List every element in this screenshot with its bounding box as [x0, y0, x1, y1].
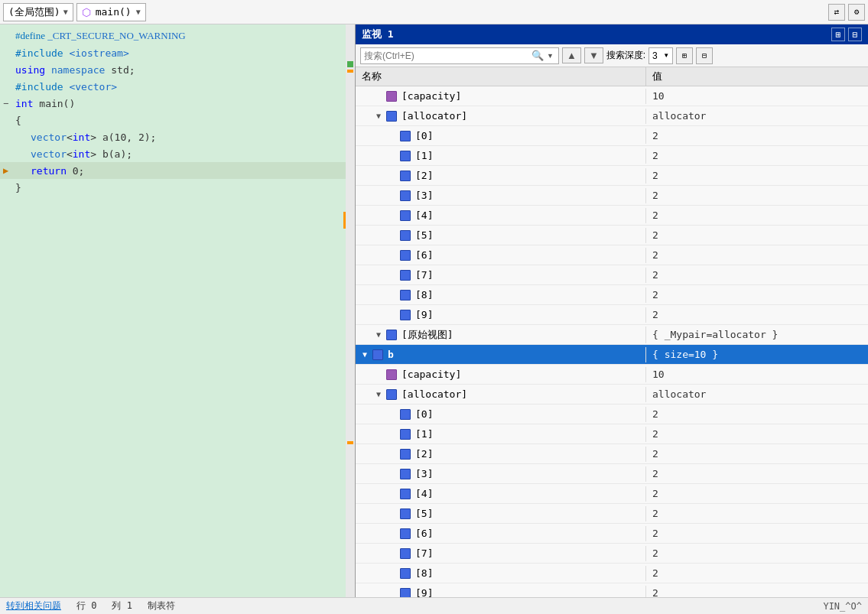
- watch-row[interactable]: [0]2: [356, 126, 868, 146]
- row-value: { size=10 }: [646, 347, 868, 362]
- cube-icon: ⬡: [82, 6, 91, 18]
- watch-row[interactable]: [4]2: [356, 206, 868, 226]
- watch-row[interactable]: [9]2: [356, 305, 868, 325]
- watch-row[interactable]: ▼[allocator]allocator: [356, 106, 868, 126]
- watch-row[interactable]: [6]2: [356, 524, 868, 544]
- settings-button[interactable]: ⚙: [848, 4, 865, 21]
- watch-row[interactable]: [8]2: [356, 285, 868, 305]
- code-line-7[interactable]: vector<int> a(10, 2);: [0, 128, 355, 145]
- row-label: [8]: [415, 567, 433, 579]
- row-value: allocator: [646, 109, 868, 123]
- cube-blue-icon: [400, 449, 411, 460]
- watch-grid-btn[interactable]: ⊟: [848, 28, 862, 41]
- row-value: 2: [646, 546, 868, 560]
- scroll-marker-orange2: [347, 441, 353, 444]
- row-value: 2: [646, 268, 868, 282]
- row-label: [3]: [415, 190, 433, 201]
- depth-arrow: ▼: [663, 52, 669, 59]
- watch-row[interactable]: [8]2: [356, 564, 868, 583]
- swap-button[interactable]: ⇄: [828, 4, 845, 21]
- cube-blue-icon: [400, 230, 411, 241]
- scroll-marker-orange: [347, 70, 353, 73]
- expand-btn[interactable]: ▼: [372, 388, 385, 401]
- depth-box[interactable]: 3 ▼: [649, 47, 673, 64]
- search-dropdown-btn[interactable]: ▼: [545, 52, 555, 60]
- search-down-btn[interactable]: ▼: [584, 47, 603, 63]
- code-line-2[interactable]: #include <iostream>: [0, 44, 355, 61]
- watch-table[interactable]: 名称 值 [capacity]10▼[allocator]allocator[0…: [356, 67, 868, 597]
- row-label: [3]: [415, 468, 433, 479]
- row-label: [4]: [415, 210, 433, 221]
- code-line-4[interactable]: #include <vector>: [0, 78, 355, 95]
- row-label: [8]: [415, 289, 433, 301]
- row-value: 2: [646, 466, 868, 481]
- cube-blue-icon: [372, 349, 383, 360]
- code-pane: #define _CRT_SECURE_NO_WARNING #include …: [0, 24, 356, 597]
- watch-row[interactable]: [1]2: [356, 424, 868, 444]
- scroll-marker-green: [347, 61, 353, 67]
- related-issues-link[interactable]: 转到相关问题: [6, 599, 61, 612]
- search-box[interactable]: 🔍 ▼: [360, 47, 559, 64]
- row-value: 2: [646, 407, 868, 421]
- depth-label: 搜索深度:: [606, 49, 645, 62]
- watch-pin-btn[interactable]: ⊞: [831, 28, 845, 41]
- watch-row[interactable]: [2]2: [356, 444, 868, 464]
- code-line-5[interactable]: − int main(): [0, 95, 355, 112]
- code-line-8[interactable]: vector<int> b(a);: [0, 145, 355, 162]
- cube-blue-icon: [400, 310, 411, 320]
- row-label: b: [388, 349, 394, 360]
- watch-icon-btn1[interactable]: ⊞: [676, 47, 693, 64]
- watch-icon-btn2[interactable]: ⊟: [696, 47, 713, 64]
- code-content[interactable]: #define _CRT_SECURE_NO_WARNING #include …: [0, 24, 355, 597]
- watch-row[interactable]: [1]2: [356, 146, 868, 166]
- watch-row[interactable]: [0]2: [356, 404, 868, 424]
- watch-row[interactable]: ▼[原始视图]{ _Mypair=allocator }: [356, 325, 868, 345]
- watch-row[interactable]: [2]2: [356, 166, 868, 186]
- code-scrollbar[interactable]: [346, 24, 355, 597]
- code-line-10[interactable]: }: [0, 179, 355, 196]
- code-line-1[interactable]: #define _CRT_SECURE_NO_WARNING: [0, 28, 355, 44]
- watch-row[interactable]: [3]2: [356, 186, 868, 206]
- code-line-9[interactable]: ▶ return 0;: [0, 162, 355, 179]
- watch-row[interactable]: [capacity]10: [356, 86, 868, 106]
- cube-blue-icon: [400, 250, 411, 261]
- status-mode: 制表符: [148, 599, 175, 612]
- cube-blue-icon: [400, 548, 411, 559]
- code-line-6[interactable]: {: [0, 112, 355, 128]
- cube-blue-icon: [400, 508, 411, 519]
- watch-row[interactable]: [3]2: [356, 464, 868, 484]
- expand-btn[interactable]: ▼: [359, 349, 371, 361]
- status-line: 行 0: [76, 599, 96, 612]
- func-dropdown[interactable]: ⬡ main() ▼: [76, 3, 146, 21]
- row-label: [allocator]: [401, 110, 467, 122]
- expand-btn[interactable]: ▼: [372, 110, 385, 122]
- row-label: [0]: [415, 408, 433, 420]
- watch-row[interactable]: ▼b{ size=10 }: [356, 345, 868, 365]
- watch-row[interactable]: [7]2: [356, 544, 868, 564]
- row-value: 2: [646, 148, 868, 163]
- watch-row[interactable]: [5]2: [356, 226, 868, 245]
- search-up-btn[interactable]: ▲: [562, 47, 581, 63]
- watch-rows-container: [capacity]10▼[allocator]allocator[0]2[1]…: [356, 86, 868, 597]
- row-label: [5]: [415, 508, 433, 519]
- watch-row[interactable]: [7]2: [356, 265, 868, 285]
- search-button[interactable]: 🔍: [530, 50, 545, 61]
- status-col: 列 1: [112, 599, 132, 612]
- watch-row[interactable]: [9]2: [356, 583, 868, 597]
- watch-row[interactable]: [6]2: [356, 245, 868, 265]
- watch-row[interactable]: [5]2: [356, 504, 868, 524]
- watch-row[interactable]: [4]2: [356, 484, 868, 504]
- row-label: [原始视图]: [401, 328, 454, 342]
- scope-dropdown[interactable]: (全局范围) ▼: [3, 3, 73, 21]
- line-marker-9: ▶: [3, 165, 8, 176]
- watch-header: 监视 1 ⊞ ⊟: [356, 24, 868, 44]
- row-value: 2: [646, 128, 868, 143]
- expand-btn[interactable]: ▼: [372, 329, 385, 341]
- watch-row[interactable]: [capacity]10: [356, 365, 868, 385]
- depth-select: 搜索深度: 3 ▼: [606, 47, 673, 64]
- search-input[interactable]: [364, 50, 530, 61]
- watch-row[interactable]: ▼[allocator]allocator: [356, 385, 868, 404]
- code-line-3[interactable]: using namespace std;: [0, 61, 355, 78]
- row-value: 2: [646, 208, 868, 223]
- row-value: 2: [646, 307, 868, 322]
